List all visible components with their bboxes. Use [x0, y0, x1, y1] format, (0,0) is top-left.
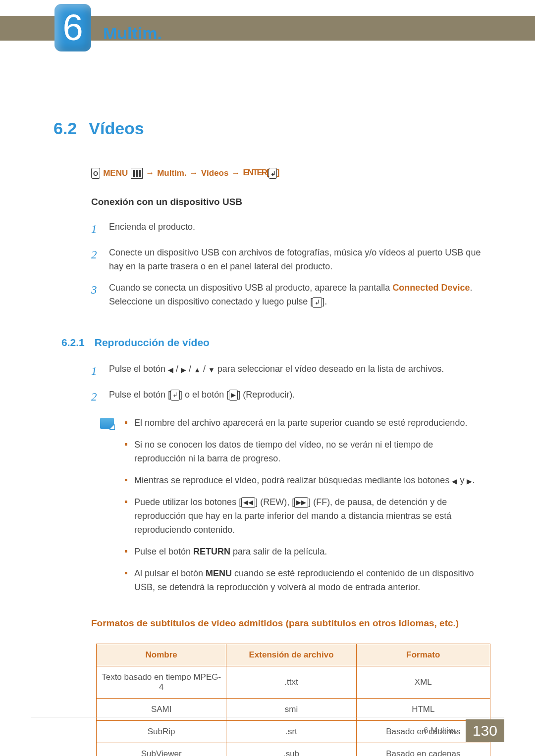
nav-seg3: ENTER[: [243, 168, 268, 177]
rew-icon: ◀◀: [241, 497, 255, 508]
subsection-heading: 6.2.1 Reproducción de vídeo: [61, 337, 485, 349]
th-format: Formato: [356, 644, 490, 666]
bullet-icon: [125, 479, 127, 481]
bullet-icon: [125, 421, 127, 424]
cell: SAMI: [97, 699, 226, 721]
playback-step-2: 2 Pulse el botón [↲] o el botón [▶] (Rep…: [91, 388, 485, 406]
note-text: Pulse el botón RETURN para salir de la p…: [134, 545, 485, 559]
usb-step-1: 1 Encienda el producto.: [91, 220, 485, 238]
chapter-number: 6: [62, 9, 83, 46]
nav-arrow: →: [146, 168, 154, 178]
menu-label: MENU: [206, 568, 232, 578]
note-item: El nombre del archivo aparecerá en la pa…: [125, 416, 485, 430]
cell: .ttxt: [226, 666, 356, 699]
cell: SubViewer: [97, 743, 226, 756]
chapter-title: Multim.: [103, 24, 162, 43]
enter-icon: ↲: [170, 390, 180, 401]
nav-seg2: Vídeos: [201, 168, 229, 178]
bullet-icon: [125, 443, 127, 446]
play-icon: ▶: [229, 390, 238, 401]
nav-path: O MENU → Multim. → Vídeos → ENTER[↲]: [91, 168, 485, 179]
table-row: SAMI smi HTML: [97, 699, 490, 721]
menu-bars-icon: [131, 168, 143, 179]
page-number: 130: [466, 719, 504, 742]
nav-seg1: Multim.: [157, 168, 187, 178]
left-arrow-icon: ◀: [452, 476, 457, 487]
note-icon: [100, 418, 114, 429]
return-label: RETURN: [193, 547, 230, 556]
usb-steps: 1 Encienda el producto. 2 Conecte un dis…: [91, 220, 485, 309]
subsection-number: 6.2.1: [61, 337, 85, 349]
section-number: 6.2: [54, 119, 77, 138]
step-number: 2: [91, 246, 100, 274]
playback-step-1: 1 Pulse el botón ◀ / ▶ / ▲ / ▼ para sele…: [91, 362, 485, 380]
bullet-icon: [125, 572, 127, 574]
bullet-icon: [125, 501, 127, 503]
note-bullets: El nombre del archivo aparecerá en la pa…: [125, 416, 485, 602]
cell: .sub: [226, 743, 356, 756]
playback-steps: 1 Pulse el botón ◀ / ▶ / ▲ / ▼ para sele…: [91, 362, 485, 405]
nav-menu: MENU: [103, 168, 128, 178]
usb-title: Conexión con un dispositivo USB: [91, 197, 485, 207]
right-arrow-icon: ▶: [467, 476, 472, 487]
table-row: Texto basado en tiempo MPEG-4 .ttxt XML: [97, 666, 490, 699]
ff-icon: ▶▶: [294, 497, 308, 508]
note-item: Al pulsar el botón MENU cuando se esté r…: [125, 567, 485, 595]
step-number: 1: [91, 362, 100, 380]
footer-line: [31, 717, 504, 717]
cell: .srt: [226, 721, 356, 743]
cell: Texto basado en tiempo MPEG-4: [97, 666, 226, 699]
bullet-icon: [125, 550, 127, 553]
step-text: Cuando se conecta un dispositivo USB al …: [109, 281, 485, 309]
step-text: Pulse el botón [↲] o el botón [▶] (Repro…: [109, 388, 485, 406]
cell: SubRip: [97, 721, 226, 743]
note-text: Si no se conocen los datos de tiempo del…: [134, 438, 485, 466]
note-text: Mientras se reproduce el vídeo, podrá re…: [134, 474, 485, 488]
note-text: Al pulsar el botón MENU cuando se esté r…: [134, 567, 485, 595]
note-text: El nombre del archivo aparecerá en la pa…: [134, 416, 485, 430]
right-arrow-icon: ▶: [181, 365, 186, 376]
osd-icon: O: [91, 168, 100, 179]
enter-icon: ↲: [268, 168, 277, 179]
enter-icon: ↲: [313, 297, 322, 308]
note-block: El nombre del archivo aparecerá en la pa…: [100, 416, 485, 602]
subsection-title: Reproducción de vídeo: [95, 337, 210, 349]
section-title: Vídeos: [89, 119, 144, 138]
usb-step-3: 3 Cuando se conecta un dispositivo USB a…: [91, 281, 485, 309]
step-text: Pulse el botón ◀ / ▶ / ▲ / ▼ para selecc…: [109, 362, 485, 380]
page-content: 6.2 Vídeos O MENU → Multim. → Vídeos → E…: [54, 119, 485, 756]
connected-device-label: Connected Device: [392, 283, 470, 293]
step-number: 2: [91, 388, 100, 406]
th-name: Nombre: [97, 644, 226, 666]
note-item: Si no se conocen los datos de tiempo del…: [125, 438, 485, 466]
note-item: Pulse el botón RETURN para salir de la p…: [125, 545, 485, 559]
th-ext: Extensión de archivo: [226, 644, 356, 666]
step-number: 1: [91, 220, 100, 238]
footer: 6 Multim. 130: [424, 719, 504, 742]
usb-step-2: 2 Conecte un dispositivo USB con archivo…: [91, 246, 485, 274]
step-number: 3: [91, 281, 100, 309]
nav-arrow: →: [231, 168, 240, 178]
chapter-badge: 6: [54, 4, 91, 51]
section-heading: 6.2 Vídeos: [54, 119, 485, 138]
cell: smi: [226, 699, 356, 721]
cell: HTML: [356, 699, 490, 721]
up-arrow-icon: ▲: [194, 365, 201, 376]
table-heading: Formatos de subtítulos de vídeo admitido…: [91, 618, 485, 629]
step-text: Conecte un dispositivo USB con archivos …: [109, 246, 485, 274]
left-arrow-icon: ◀: [168, 365, 173, 376]
nav-arrow: →: [190, 168, 198, 178]
down-arrow-icon: ▼: [208, 365, 215, 376]
note-text: Puede utilizar los botones [◀◀] (REW), […: [134, 496, 485, 537]
cell: XML: [356, 666, 490, 699]
step-text: Encienda el producto.: [109, 220, 485, 238]
note-item: Puede utilizar los botones [◀◀] (REW), […: [125, 496, 485, 537]
footer-ref: 6 Multim.: [424, 726, 458, 736]
cell: Basado en cadenas: [356, 743, 490, 756]
table-row: SubViewer .sub Basado en cadenas: [97, 743, 490, 756]
note-item: Mientras se reproduce el vídeo, podrá re…: [125, 474, 485, 488]
